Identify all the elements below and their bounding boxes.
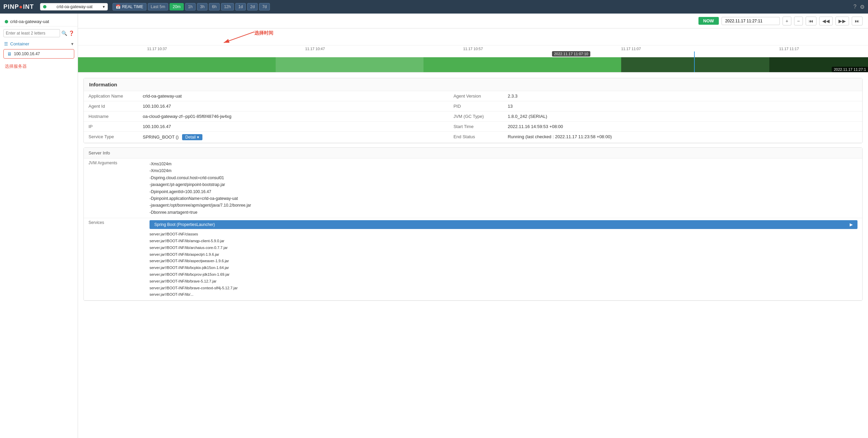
- time-btn-2d[interactable]: 2d: [247, 3, 258, 11]
- table-row: IP 100.100.16.47 Start Time 2022.11.16 1…: [84, 122, 862, 132]
- sidebar-status-dot: [5, 20, 8, 23]
- timeline-tooltip-1: 2022.11.17 11:07:10: [552, 51, 590, 57]
- ip-key: IP: [84, 122, 138, 132]
- jvm-arg-1: -Xmx1024m: [150, 167, 857, 174]
- timeline-header-bar: NOW + − ⏮ ◀◀ ▶▶ ⏭: [78, 14, 868, 28]
- time-controls: 📅 REAL TIME Last 5m 20m 1h 3h 6h 12h 1d …: [113, 3, 270, 11]
- timeline-seg-0: [78, 57, 276, 72]
- annotation-svg: [78, 28, 868, 45]
- service-file-4: server.jar!/BOOT-INF/lib/aspectjweaver-1…: [150, 258, 857, 265]
- service-file-0: server.jar!/BOOT-INF/classes: [150, 231, 857, 238]
- jvm-arg-4: -Dpinpoint.agentId=100.100.16.47: [150, 188, 857, 195]
- services-list: server.jar!/BOOT-INF/classes server.jar!…: [150, 231, 857, 298]
- nav-next-fast-button[interactable]: ⏭: [852, 17, 863, 25]
- sidebar: crld-oa-gateway-uat 🔍 ❓ ☰ Container ▾ 🖥 …: [0, 14, 78, 438]
- services-value: Spring Boot (PropertiesLauncher) ▶ serve…: [145, 218, 862, 300]
- jvm-args-value: -Xms1024m -Xmx1024m -Dspring.cloud.consu…: [145, 159, 862, 218]
- info-panel: Information Application Name crld-oa-gat…: [78, 72, 868, 438]
- time-btn-1d[interactable]: 1d: [235, 3, 246, 11]
- timeline-label-4: 11.17 11:17: [779, 47, 799, 51]
- chevron-right-icon: ▶: [850, 222, 853, 227]
- help-circle-icon[interactable]: ❓: [68, 30, 74, 36]
- logo-dot: ●: [19, 3, 23, 10]
- launcher-label: Spring Boot (PropertiesLauncher): [154, 222, 215, 227]
- nav-prev-fast-button[interactable]: ⏮: [806, 17, 816, 25]
- timeline-label-3: 11.17 11:07: [621, 47, 641, 51]
- table-row: Hostname oa-cloud-gateway-zf--pp01-85f6f…: [84, 111, 862, 122]
- help-icon[interactable]: ?: [853, 4, 856, 10]
- end-status-val: Running (last checked : 2022.11.17 11:23…: [503, 132, 862, 143]
- services-launcher[interactable]: Spring Boot (PropertiesLauncher) ▶: [150, 220, 857, 229]
- detail-button[interactable]: Detail ▾: [182, 134, 202, 140]
- time-btn-12h[interactable]: 12h: [221, 3, 234, 11]
- service-file-9: server.jar!/BOOT-INF/lib/...: [150, 291, 857, 298]
- server-info-title: Server Info: [84, 148, 862, 159]
- jvm-arg-6: -javaagent:/opt/bonree/apm/agent/java/7.…: [150, 202, 857, 209]
- service-file-5: server.jar!/BOOT-INF/lib/bcpkix-jdk15on-…: [150, 265, 857, 271]
- hostname-val: oa-cloud-gateway-zf--pp01-85f6f48746-jw4…: [138, 111, 449, 122]
- container-header[interactable]: ☰ Container ▾: [0, 40, 78, 48]
- search-row: 🔍 ❓: [0, 26, 78, 40]
- server-ip-label: 100.100.16.47: [14, 51, 40, 56]
- jvm-arg-0: -Xms1024m: [150, 161, 857, 167]
- end-status-key: End Status: [449, 132, 503, 143]
- server-icon: 🖥: [7, 51, 12, 57]
- topbar: PINP●INT crld-oa-gateway-uat ▾ 📅 REAL TI…: [0, 0, 868, 14]
- table-row: Agent Id 100.100.16.47 PID 13: [84, 101, 862, 111]
- time-btn-7d[interactable]: 7d: [259, 3, 270, 11]
- app-name-key: Application Name: [84, 91, 138, 101]
- jvm-arguments: -Xms1024m -Xmx1024m -Dspring.cloud.consu…: [150, 161, 857, 216]
- timeline-bar[interactable]: [78, 57, 868, 72]
- timeline-label-0: 11.17 10:37: [147, 47, 167, 51]
- ip-val: 100.100.16.47: [138, 122, 449, 132]
- nav-plus-button[interactable]: +: [783, 17, 791, 25]
- time-btn-3h[interactable]: 3h: [197, 3, 208, 11]
- jvm-val: 1.8.0_242 (SERIAL): [503, 111, 862, 122]
- jvm-arg-3: -javaagent:/pt-agent/pinpoint-bootstrap.…: [150, 181, 857, 188]
- service-file-8: server.jar!/BOOT-INF/lib/brave-context-s…: [150, 285, 857, 292]
- time-btn-6h[interactable]: 6h: [209, 3, 219, 11]
- service-file-2: server.jar!/BOOT-INF/lib/archaius-core-0…: [150, 245, 857, 251]
- timeline-cursor[interactable]: [694, 51, 695, 72]
- start-time-key: Start Time: [449, 122, 503, 132]
- service-file-6: server.jar!/BOOT-INF/lib/bcprov-jdk15on-…: [150, 271, 857, 278]
- sidebar-app-label: crld-oa-gateway-uat: [0, 17, 78, 26]
- services-label: Services: [84, 218, 145, 300]
- time-btn-20m[interactable]: 20m: [170, 3, 183, 11]
- nav-prev-button[interactable]: ◀◀: [819, 17, 833, 25]
- time-btn-last5m[interactable]: Last 5m: [148, 3, 169, 11]
- logo: PINP●INT: [3, 3, 34, 11]
- now-button[interactable]: NOW: [698, 17, 719, 25]
- search-input[interactable]: [3, 29, 60, 37]
- timeline-area[interactable]: 11.17 10:37 11.17 10:47 11.17 10:57 11.1…: [78, 45, 868, 72]
- container-label: ☰ Container: [4, 41, 29, 46]
- timeline-labels: 11.17 10:37 11.17 10:47 11.17 10:57 11.1…: [78, 45, 868, 52]
- svg-line-1: [224, 32, 254, 43]
- information-table: Application Name crld-oa-gateway-uat Age…: [84, 91, 862, 143]
- main-layout: crld-oa-gateway-uat 🔍 ❓ ☰ Container ▾ 🖥 …: [0, 14, 868, 438]
- chevron-down-icon: ▾: [103, 4, 105, 9]
- settings-icon[interactable]: ⚙: [860, 4, 865, 10]
- pid-val: 13: [503, 101, 862, 111]
- calendar-icon: 📅: [116, 4, 121, 9]
- agent-version-key: Agent Version: [449, 91, 503, 101]
- service-file-3: server.jar!/BOOT-INF/lib/aspectjrt-1.9.6…: [150, 251, 857, 258]
- annotation-area: 选择时间: [78, 28, 868, 45]
- information-title: Information: [84, 78, 862, 91]
- table-row: Services Spring Boot (PropertiesLauncher…: [84, 218, 862, 300]
- nav-next-button[interactable]: ▶▶: [835, 17, 849, 25]
- app-selector[interactable]: crld-oa-gateway-uat ▾: [40, 3, 108, 11]
- server-item[interactable]: 🖥 100.100.16.47: [3, 49, 74, 59]
- datetime-input[interactable]: [722, 17, 780, 25]
- information-box: Information Application Name crld-oa-gat…: [83, 78, 863, 143]
- time-btn-1h[interactable]: 1h: [185, 3, 196, 11]
- server-info-section: Server Info JVM Arguments -Xms1024m -Xmx…: [83, 147, 863, 301]
- realtime-button[interactable]: 📅 REAL TIME: [113, 3, 146, 11]
- jvm-arg-5: -Dpinpoint.applicationName=crld-oa-gatew…: [150, 195, 857, 202]
- timeline-seg-3: [621, 57, 769, 72]
- start-time-val: 2022.11.16 14:59:53 +08:00: [503, 122, 862, 132]
- table-row: Application Name crld-oa-gateway-uat Age…: [84, 91, 862, 101]
- search-icon[interactable]: 🔍: [61, 30, 67, 36]
- service-type-val: SPRING_BOOT () Detail ▾: [138, 132, 449, 143]
- nav-minus-button[interactable]: −: [794, 17, 803, 25]
